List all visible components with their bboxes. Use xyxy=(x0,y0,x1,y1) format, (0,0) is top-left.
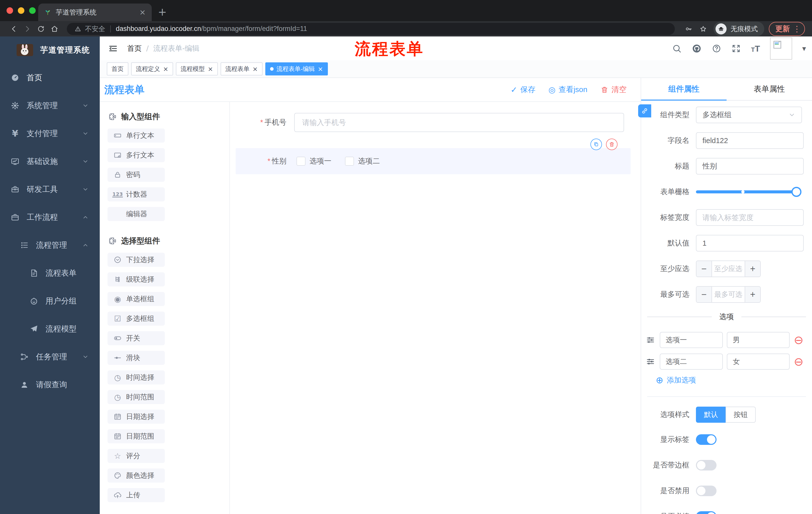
route-tab-process-form-edit[interactable]: 流程表单-编辑 × xyxy=(265,62,328,76)
palette-item-cascade[interactable]: 级联选择 xyxy=(108,272,165,287)
sidebar-item-process-model[interactable]: 流程模型 xyxy=(0,315,100,343)
back-button[interactable] xyxy=(7,22,21,36)
palette-item-radio-group[interactable]: ◉单选框组 xyxy=(108,292,165,306)
palette-item-rate[interactable]: ☆评分 xyxy=(108,449,165,463)
sidebar-item-workflow[interactable]: 工作流程 xyxy=(0,203,100,231)
canvas-field-phone[interactable]: *手机号 xyxy=(236,113,624,132)
option-value-input[interactable] xyxy=(727,354,790,370)
security-warning-icon[interactable] xyxy=(75,25,81,32)
chrome-update-button[interactable]: 更新 ⋮ xyxy=(769,22,805,36)
bookmark-star-icon[interactable] xyxy=(697,23,709,35)
sidebar-item-user-group[interactable]: 用户分组 xyxy=(0,287,100,315)
checkbox[interactable] xyxy=(345,157,354,166)
close-icon[interactable]: × xyxy=(163,66,168,72)
palette-item-upload[interactable]: 上传 xyxy=(108,488,165,502)
breadcrumb-home[interactable]: 首页 xyxy=(127,44,142,54)
gender-option-1[interactable]: 选项一 xyxy=(296,156,331,166)
style-default-button[interactable]: 默认 xyxy=(696,407,726,423)
close-window-button[interactable] xyxy=(6,7,13,14)
required-toggle[interactable] xyxy=(696,511,717,514)
title-input[interactable] xyxy=(696,158,804,174)
palette-item-checkbox-group[interactable]: ☑多选框组 xyxy=(108,312,165,326)
font-size-icon[interactable]: TT xyxy=(751,44,760,53)
disabled-toggle[interactable] xyxy=(696,486,717,496)
delete-field-button[interactable] xyxy=(606,139,617,150)
new-tab-button[interactable]: + xyxy=(155,5,169,19)
forward-button[interactable] xyxy=(21,22,34,36)
fullscreen-icon[interactable] xyxy=(731,44,741,53)
avatar-caret-icon[interactable]: ▾ xyxy=(802,45,806,52)
home-button[interactable] xyxy=(48,22,61,36)
palette-item-multi-text[interactable]: 多行文本 xyxy=(108,148,165,162)
option-label-input[interactable] xyxy=(660,332,723,348)
checkbox[interactable] xyxy=(296,157,306,166)
canvas-field-gender-selected[interactable]: *性别 选项一 选项二 xyxy=(236,148,631,174)
panel-handle-link-icon[interactable] xyxy=(638,104,651,117)
style-button-button[interactable]: 按钮 xyxy=(726,407,756,423)
tab-component-props[interactable]: 组件属性 xyxy=(641,78,727,100)
palette-item-password[interactable]: 密码 xyxy=(108,168,165,182)
sidebar-item-devtools[interactable]: 研发工具 xyxy=(0,175,100,203)
search-icon[interactable] xyxy=(672,44,682,53)
close-icon[interactable]: × xyxy=(208,66,213,72)
password-key-icon[interactable] xyxy=(683,23,695,35)
palette-item-date-range[interactable]: 日期范围 xyxy=(108,429,165,443)
palette-item-date-picker[interactable]: 日期选择 xyxy=(108,410,165,424)
increment-button[interactable]: + xyxy=(745,261,760,277)
palette-item-counter[interactable]: 123计数器 xyxy=(108,187,165,201)
view-json-button[interactable]: ◎ 查看json xyxy=(548,84,587,95)
add-option-button[interactable]: ⊕ 添加选项 xyxy=(656,375,812,385)
palette-item-slider[interactable]: 滑块 xyxy=(108,351,165,365)
palette-item-time-picker[interactable]: ◷时间选择 xyxy=(108,371,165,384)
reload-button[interactable] xyxy=(34,22,48,36)
drag-handle-icon[interactable] xyxy=(646,357,656,367)
remove-option-icon[interactable]: ⊖ xyxy=(794,334,804,346)
palette-item-single-text[interactable]: 单行文本 xyxy=(108,129,165,142)
border-toggle[interactable] xyxy=(696,460,717,470)
address-bar[interactable]: 不安全 dashboard.yudao.iocoder.cn /bpm/mana… xyxy=(67,23,675,35)
minimize-window-button[interactable] xyxy=(18,7,24,14)
route-tab-home[interactable]: 首页 xyxy=(107,62,128,76)
close-icon[interactable]: × xyxy=(318,66,323,72)
field-name-input[interactable] xyxy=(696,132,804,149)
component-type-select[interactable]: 多选框组 xyxy=(696,107,802,123)
label-width-input[interactable] xyxy=(696,209,804,226)
github-icon[interactable] xyxy=(692,44,702,54)
palette-item-switch[interactable]: 开关 xyxy=(108,331,165,345)
remove-option-icon[interactable]: ⊖ xyxy=(794,356,804,368)
palette-item-dropdown[interactable]: 下拉选择 xyxy=(108,253,165,267)
sidebar-item-leave-query[interactable]: 请假查询 xyxy=(0,371,100,399)
max-select-value[interactable]: 最多可选 xyxy=(712,287,745,302)
sidebar-item-process-form[interactable]: 流程表单 xyxy=(0,259,100,287)
save-button[interactable]: ✓ 保存 xyxy=(511,84,535,95)
browser-menu-icon[interactable]: ⋮ xyxy=(793,25,801,33)
clear-button[interactable]: 清空 xyxy=(601,84,627,95)
sidebar-item-task-mgmt[interactable]: 任务管理 xyxy=(0,343,100,371)
drag-handle-icon[interactable] xyxy=(646,335,656,345)
slider-knob[interactable] xyxy=(791,187,802,197)
avatar[interactable] xyxy=(770,37,792,60)
close-icon[interactable]: × xyxy=(253,66,258,72)
option-label-input[interactable] xyxy=(660,354,723,370)
show-label-toggle[interactable] xyxy=(696,434,717,445)
min-select-value[interactable]: 至少应选 xyxy=(712,261,745,277)
tab-form-props[interactable]: 表单属性 xyxy=(727,78,812,100)
sidebar-item-home[interactable]: 首页 xyxy=(0,64,100,91)
sidebar-item-payment[interactable]: ¥ 支付管理 xyxy=(0,119,100,147)
collapse-sidebar-icon[interactable] xyxy=(108,44,118,54)
grid-slider[interactable] xyxy=(696,190,801,193)
gender-option-2[interactable]: 选项二 xyxy=(345,156,380,166)
route-tab-process-model[interactable]: 流程模型 × xyxy=(176,62,218,76)
palette-item-color-picker[interactable]: 颜色选择 xyxy=(108,468,165,483)
route-tab-process-def[interactable]: 流程定义 × xyxy=(131,62,173,76)
sidebar-item-process-mgmt[interactable]: 流程管理 xyxy=(0,231,100,259)
option-value-input[interactable] xyxy=(727,332,790,348)
route-tab-process-form[interactable]: 流程表单 × xyxy=(221,62,263,76)
sidebar-item-infra[interactable]: 基础设施 xyxy=(0,147,100,175)
zoom-window-button[interactable] xyxy=(29,7,36,14)
decrement-button[interactable]: − xyxy=(696,261,712,277)
increment-button[interactable]: + xyxy=(745,287,760,302)
decrement-button[interactable]: − xyxy=(696,287,712,302)
duplicate-field-button[interactable] xyxy=(590,139,602,150)
form-canvas[interactable]: *手机号 *性别 xyxy=(230,102,641,514)
